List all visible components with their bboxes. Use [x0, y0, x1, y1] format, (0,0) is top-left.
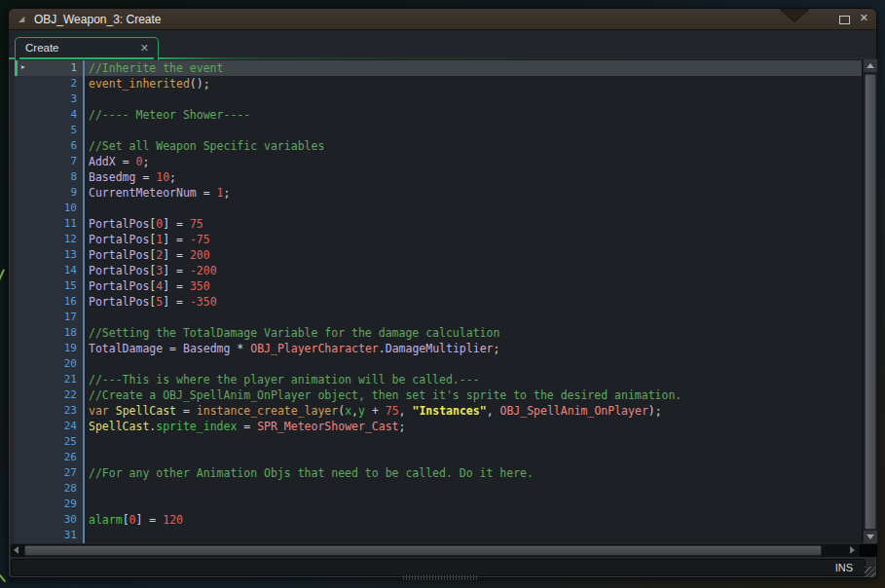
code-line[interactable]: 20: [15, 356, 862, 372]
line-number[interactable]: 12: [15, 232, 85, 247]
line-number[interactable]: 23: [15, 403, 85, 419]
line-number[interactable]: 27: [15, 465, 85, 481]
code-line[interactable]: 19TotalDamage = Basedmg * OBJ_PlayerChar…: [15, 341, 862, 356]
code-line[interactable]: 22//Create a OBJ_SpellAnim_OnPlayer obje…: [15, 387, 862, 403]
line-number[interactable]: 15: [15, 278, 85, 294]
code-line[interactable]: 18//Setting the TotalDamage Variable for…: [15, 325, 862, 341]
line-number[interactable]: 10: [15, 201, 85, 216]
code-text[interactable]: //Setting the TotalDamage Variable for t…: [85, 325, 862, 341]
code-line[interactable]: 3: [15, 92, 862, 107]
code-line[interactable]: 5: [15, 123, 862, 138]
line-number[interactable]: 9: [15, 185, 85, 201]
vertical-scroll-thumb[interactable]: [865, 74, 876, 530]
code-line[interactable]: 13PortalPos[2] = 200: [15, 247, 862, 263]
line-number[interactable]: 6: [15, 138, 85, 154]
code-line[interactable]: 23var SpellCast = instance_create_layer(…: [15, 403, 862, 419]
code-line[interactable]: 16PortalPos[5] = -350: [15, 294, 862, 310]
code-line[interactable]: 27//For any other Animation Objs that ne…: [15, 465, 862, 481]
line-number[interactable]: 8: [15, 169, 85, 185]
code-text[interactable]: [85, 92, 862, 107]
code-text[interactable]: PortalPos[5] = -350: [85, 294, 862, 310]
line-number[interactable]: 11: [15, 216, 85, 232]
code-text[interactable]: PortalPos[4] = 350: [85, 278, 862, 294]
code-text[interactable]: //Inherite the event: [85, 60, 862, 76]
code-text[interactable]: //---- Meteor Shower----: [85, 107, 862, 123]
title-bar[interactable]: ◢ OBJ_Weapon_3: Create ✕: [9, 9, 876, 30]
line-number[interactable]: 19: [15, 341, 85, 356]
horizontal-scrollbar[interactable]: [11, 544, 860, 557]
code-line[interactable]: 30alarm[0] = 120: [15, 512, 862, 528]
line-number[interactable]: 13: [15, 247, 85, 263]
code-text[interactable]: var SpellCast = instance_create_layer(x,…: [85, 403, 862, 419]
code-text[interactable]: Basedmg = 10;: [85, 169, 862, 185]
line-number[interactable]: 21: [15, 372, 85, 387]
line-number[interactable]: 17: [15, 310, 85, 325]
code-line[interactable]: 4//---- Meteor Shower----: [15, 107, 862, 123]
code-text[interactable]: PortalPos[1] = -75: [85, 232, 862, 247]
code-line[interactable]: 24SpellCast.sprite_index = SPR_MeteorSho…: [15, 419, 862, 434]
code-text[interactable]: [85, 481, 862, 496]
line-number[interactable]: 7: [15, 154, 85, 169]
code-line[interactable]: 26: [15, 450, 862, 465]
code-line[interactable]: 11PortalPos[0] = 75: [15, 216, 862, 232]
vertical-scrollbar[interactable]: [862, 59, 877, 543]
line-number[interactable]: 16: [15, 294, 85, 310]
line-number[interactable]: 5: [15, 123, 85, 138]
code-line[interactable]: 15PortalPos[4] = 350: [15, 278, 862, 294]
scroll-up-icon[interactable]: [864, 59, 877, 72]
code-line[interactable]: 6//Set all Weapon Specific variables: [15, 138, 862, 154]
line-number[interactable]: 22: [15, 387, 85, 403]
line-number[interactable]: 31: [15, 528, 85, 543]
code-text[interactable]: PortalPos[0] = 75: [85, 216, 862, 232]
code-text[interactable]: [85, 496, 862, 512]
code-text[interactable]: PortalPos[3] = -200: [85, 263, 862, 278]
close-icon[interactable]: ✕: [860, 12, 868, 24]
code-text[interactable]: TotalDamage = Basedmg * OBJ_PlayerCharac…: [85, 341, 862, 356]
line-number[interactable]: 3: [15, 92, 85, 107]
scroll-down-icon[interactable]: [864, 531, 877, 543]
code-text[interactable]: //Create a OBJ_SpellAnim_OnPlayer object…: [85, 387, 862, 403]
corner-resize-grip[interactable]: [865, 567, 875, 577]
code-text[interactable]: PortalPos[2] = 200: [85, 247, 862, 263]
code-text[interactable]: [85, 123, 862, 138]
code-text[interactable]: [85, 450, 862, 465]
bottom-resize-grip[interactable]: [403, 575, 477, 580]
code-line[interactable]: 14PortalPos[3] = -200: [15, 263, 862, 278]
code-text[interactable]: [85, 201, 862, 216]
maximize-icon[interactable]: [839, 16, 850, 24]
code-text[interactable]: [85, 310, 862, 325]
code-line[interactable]: 28: [15, 481, 862, 496]
code-text[interactable]: //---This is where the player animation …: [85, 372, 862, 387]
line-number[interactable]: 14: [15, 263, 85, 278]
code-text[interactable]: [85, 434, 862, 450]
line-number[interactable]: 28: [15, 481, 85, 496]
code-line[interactable]: 1➤//Inherite the event: [15, 60, 862, 76]
code-line[interactable]: 12PortalPos[1] = -75: [15, 232, 862, 247]
tab-create[interactable]: Create ✕: [15, 37, 159, 60]
code-text[interactable]: //For any other Animation Objs that need…: [85, 465, 862, 481]
code-line[interactable]: 2event_inherited();: [15, 76, 862, 92]
code-line[interactable]: 29: [15, 496, 862, 512]
code-line[interactable]: 25: [15, 434, 862, 450]
scroll-right-icon[interactable]: [846, 544, 858, 557]
code-line[interactable]: 9CurrentMeteorNum = 1;: [15, 185, 862, 201]
code-text[interactable]: CurrentMeteorNum = 1;: [85, 185, 862, 201]
code-text[interactable]: [85, 528, 862, 543]
line-number[interactable]: 20: [15, 356, 85, 372]
line-number[interactable]: 29: [15, 496, 85, 512]
code-editor[interactable]: 1➤//Inherite the event2event_inherited()…: [15, 59, 862, 543]
code-text[interactable]: SpellCast.sprite_index = SPR_MeteorShowe…: [85, 419, 862, 434]
line-number[interactable]: 25: [15, 434, 85, 450]
code-text[interactable]: //Set all Weapon Specific variables: [85, 138, 862, 154]
horizontal-scroll-thumb[interactable]: [24, 545, 822, 556]
code-text[interactable]: event_inherited();: [85, 76, 862, 92]
code-line[interactable]: 10: [15, 201, 862, 216]
line-number[interactable]: 2: [15, 76, 85, 92]
tab-close-icon[interactable]: ✕: [140, 42, 149, 55]
code-line[interactable]: 31: [15, 528, 862, 543]
line-number[interactable]: 26: [15, 450, 85, 465]
code-line[interactable]: 7AddX = 0;: [15, 154, 862, 169]
code-line[interactable]: 21//---This is where the player animatio…: [15, 372, 862, 387]
scroll-left-icon[interactable]: [11, 544, 22, 557]
line-number[interactable]: 24: [15, 419, 85, 434]
